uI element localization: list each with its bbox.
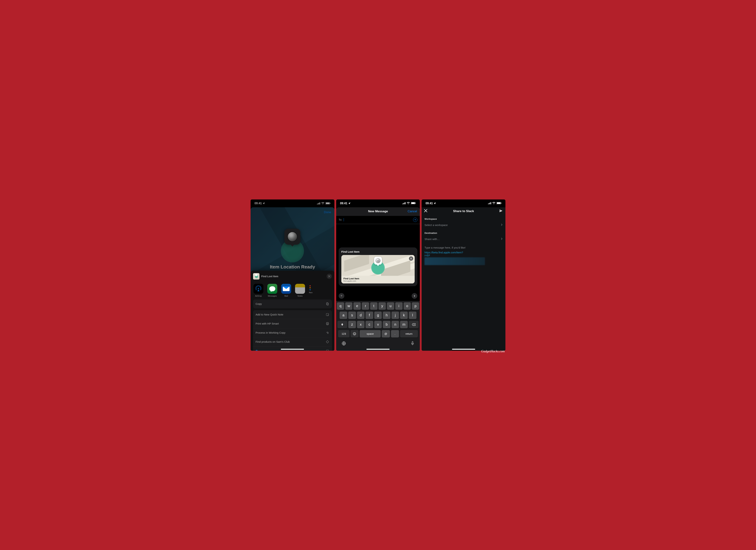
share-app-airdrop[interactable]: AirDrop — [253, 284, 264, 297]
attach-button[interactable]: + — [339, 293, 344, 299]
svg-rect-28 — [488, 204, 489, 204]
shift-key[interactable] — [337, 321, 347, 328]
svg-rect-19 — [405, 202, 406, 204]
svg-rect-9 — [326, 302, 328, 305]
key-s[interactable]: s — [348, 312, 356, 319]
more-action[interactable] — [253, 346, 332, 351]
add-contact-button[interactable]: + — [413, 218, 417, 222]
backspace-key[interactable] — [409, 321, 419, 328]
message-area[interactable]: Type a message here, if you'd like! http… — [422, 243, 505, 269]
nav-title: Share to Slack — [453, 209, 474, 213]
preview-footer: Find Lost Item find.apple.com — [341, 276, 415, 283]
key-b[interactable]: b — [383, 321, 390, 328]
return-key[interactable]: return — [400, 330, 418, 338]
copy-icon — [325, 302, 329, 306]
space-key[interactable]: space — [360, 330, 381, 338]
key-a[interactable]: a — [340, 312, 347, 319]
key-j[interactable]: j — [392, 312, 399, 319]
svg-rect-8 — [327, 303, 328, 305]
key-e[interactable]: e — [353, 302, 361, 310]
keyboard[interactable]: qwertyuiop asdfghjkl zxcvbnm 123 — [336, 301, 420, 351]
share-app-reminders[interactable]: Ren — [309, 284, 313, 297]
at-key[interactable]: @ — [382, 330, 390, 338]
key-k[interactable]: k — [400, 312, 408, 319]
link-card: Find Lost Item — [339, 248, 418, 286]
key-p[interactable]: p — [412, 302, 419, 310]
num-key[interactable]: 123 — [338, 330, 350, 338]
working-copy-action[interactable]: Process in Working Copy — [253, 328, 332, 337]
key-r[interactable]: r — [362, 302, 369, 310]
key-o[interactable]: o — [404, 302, 411, 310]
share-title: Find Lost Item — [261, 275, 325, 278]
battery-icon — [325, 202, 330, 204]
mic-icon[interactable] — [411, 341, 414, 346]
svg-rect-16 — [402, 204, 403, 204]
svg-rect-14 — [326, 350, 329, 351]
send-button[interactable] — [412, 293, 417, 299]
cellular-icon — [402, 202, 406, 205]
emoji-key[interactable] — [351, 330, 359, 338]
svg-rect-0 — [317, 204, 317, 204]
svg-rect-33 — [497, 202, 500, 204]
key-f[interactable]: f — [366, 312, 373, 319]
key-m[interactable]: m — [400, 321, 408, 328]
message-body: Find Lost Item — [336, 224, 420, 301]
wifi-icon — [321, 202, 324, 204]
home-indicator[interactable] — [281, 349, 304, 350]
svg-rect-34 — [501, 203, 502, 204]
key-y[interactable]: y — [379, 302, 386, 310]
key-h[interactable]: h — [383, 312, 390, 319]
notes-icon — [295, 284, 305, 294]
key-d[interactable]: d — [357, 312, 365, 319]
send-button[interactable] — [499, 209, 503, 214]
done-button[interactable]: Done — [324, 210, 331, 214]
home-indicator[interactable] — [366, 349, 390, 350]
print-icon — [325, 322, 329, 326]
remove-preview-button[interactable] — [409, 256, 413, 261]
key-c[interactable]: c — [366, 321, 373, 328]
to-field[interactable]: To: + — [336, 216, 420, 224]
close-button[interactable] — [424, 209, 427, 213]
svg-rect-30 — [490, 202, 490, 204]
chevron-right-icon — [501, 223, 503, 227]
link-preview[interactable]: Find Lost Item find.apple.com — [341, 255, 415, 283]
copy-action[interactable]: Copy — [253, 299, 332, 308]
home-indicator[interactable] — [452, 349, 475, 350]
key-v[interactable]: v — [374, 321, 382, 328]
svg-rect-5 — [326, 202, 329, 204]
key-t[interactable]: t — [370, 302, 377, 310]
nav-bar: New Message Cancel — [336, 207, 420, 216]
cancel-button[interactable]: Cancel — [408, 210, 417, 213]
svg-rect-1 — [318, 203, 318, 204]
key-n[interactable]: n — [392, 321, 399, 328]
page-title: Item Location Ready — [251, 264, 334, 270]
share-with-row[interactable]: Share with… — [422, 235, 505, 243]
destination-section-label: Destination — [422, 229, 505, 235]
key-l[interactable]: l — [409, 312, 416, 319]
key-w[interactable]: w — [345, 302, 353, 310]
share-apps-row[interactable]: AirDrop Messages Mail Notes Ren — [251, 282, 334, 299]
svg-rect-21 — [411, 202, 415, 204]
share-app-messages[interactable]: Messages — [267, 284, 278, 297]
key-x[interactable]: x — [357, 321, 365, 328]
airdrop-icon — [253, 284, 263, 294]
sams-club-action[interactable]: Find products on Sam's Club — [253, 337, 332, 346]
close-icon[interactable] — [327, 274, 332, 279]
select-workspace-row[interactable]: Select a workspace — [422, 221, 505, 229]
share-header: Find Lost Item — [251, 273, 334, 282]
share-app-mail[interactable]: Mail — [281, 284, 292, 297]
share-app-notes[interactable]: Notes — [295, 284, 305, 297]
key-q[interactable]: q — [337, 302, 344, 310]
chevron-right-icon — [501, 238, 503, 241]
key-g[interactable]: g — [374, 312, 382, 319]
key-z[interactable]: z — [348, 321, 356, 328]
globe-icon[interactable] — [342, 341, 346, 346]
key-u[interactable]: u — [387, 302, 394, 310]
print-action[interactable]: Print with HP Smart — [253, 319, 332, 328]
dot-key[interactable]: . — [391, 330, 399, 338]
mail-icon — [281, 284, 291, 294]
quick-note-action[interactable]: Add to New Quick Note — [253, 310, 332, 319]
key-i[interactable]: i — [395, 302, 403, 310]
text-cursor — [344, 218, 344, 221]
redacted-content — [424, 257, 485, 265]
